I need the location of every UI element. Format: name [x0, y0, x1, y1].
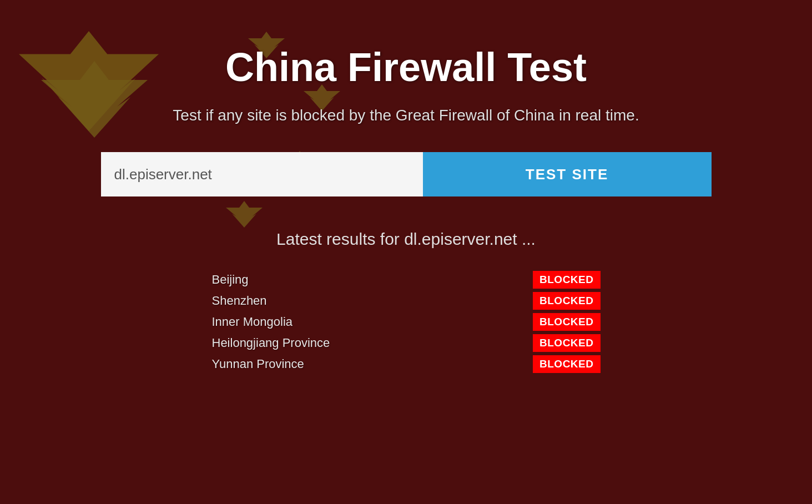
city-name: Inner Mongolia [212, 315, 293, 329]
test-site-button[interactable]: TEST SITE [423, 152, 712, 196]
page-title: China Firewall Test [225, 44, 587, 90]
result-row: BeijingBLOCKED [212, 271, 601, 289]
results-heading-suffix: ... [517, 230, 536, 248]
status-badge: BLOCKED [533, 271, 600, 289]
results-heading-domain: dl.episerver.net [404, 230, 517, 248]
results-heading-prefix: Latest results for [276, 230, 404, 248]
search-row: TEST SITE [101, 152, 712, 196]
url-input[interactable] [101, 152, 423, 196]
page-subtitle: Test if any site is blocked by the Great… [173, 107, 639, 124]
results-heading: Latest results for dl.episerver.net ... [276, 230, 536, 249]
results-table: BeijingBLOCKEDShenzhenBLOCKEDInner Mongo… [212, 271, 601, 373]
main-content: China Firewall Test Test if any site is … [0, 0, 812, 373]
status-badge: BLOCKED [533, 355, 600, 373]
city-name: Yunnan Province [212, 357, 304, 371]
result-row: ShenzhenBLOCKED [212, 292, 601, 310]
city-name: Heilongjiang Province [212, 336, 330, 350]
city-name: Beijing [212, 273, 249, 287]
status-badge: BLOCKED [533, 292, 600, 310]
result-row: Heilongjiang ProvinceBLOCKED [212, 334, 601, 352]
city-name: Shenzhen [212, 294, 267, 308]
status-badge: BLOCKED [533, 313, 600, 331]
status-badge: BLOCKED [533, 334, 600, 352]
result-row: Inner MongoliaBLOCKED [212, 313, 601, 331]
result-row: Yunnan ProvinceBLOCKED [212, 355, 601, 373]
